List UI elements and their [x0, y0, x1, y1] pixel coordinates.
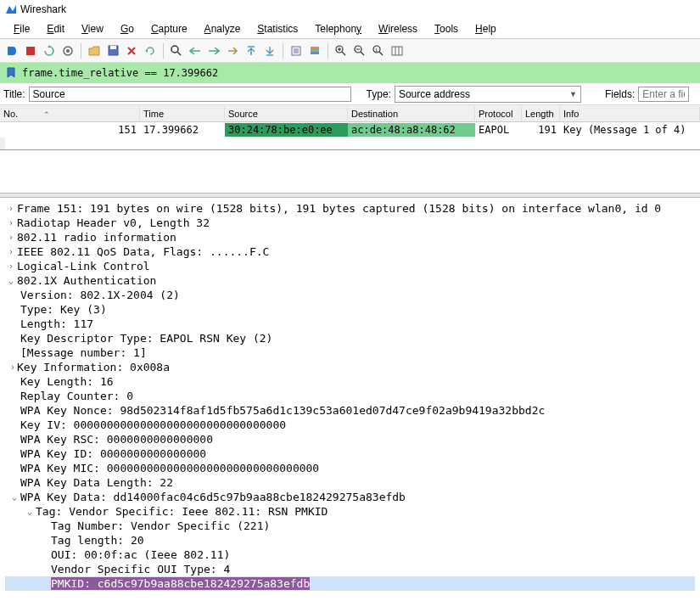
- caret-right-icon[interactable]: ›: [5, 230, 17, 244]
- detail-auth-msgnum[interactable]: [Message number: 1]: [5, 345, 695, 360]
- auto-scroll-button[interactable]: [288, 42, 305, 59]
- detail-auth-iv[interactable]: Key IV: 00000000000000000000000000000000: [5, 418, 695, 432]
- main-toolbar: 1: [0, 39, 700, 63]
- detail-auth-mic[interactable]: WPA Key MIC: 000000000000000000000000000…: [5, 461, 695, 475]
- menubar: File Edit View Go Capture Analyze Statis…: [0, 19, 700, 39]
- menu-wireless[interactable]: Wireless: [370, 21, 426, 36]
- toolbar-separator: [283, 43, 283, 59]
- menu-telephony[interactable]: Telephony: [306, 21, 370, 36]
- packet-row[interactable]: 151 17.399662 30:24:78:be:e0:ee ac:de:48…: [0, 122, 700, 138]
- menu-statistics[interactable]: Statistics: [249, 21, 306, 36]
- caret-down-icon[interactable]: ⌄: [24, 504, 36, 519]
- svg-rect-8: [311, 49, 319, 52]
- menu-help[interactable]: Help: [467, 21, 505, 36]
- detail-frame[interactable]: ›Frame 151: 191 bytes on wire (1528 bits…: [5, 201, 695, 216]
- menu-go[interactable]: Go: [112, 21, 143, 36]
- column-header-length[interactable]: Length: [522, 107, 560, 121]
- detail-auth-id[interactable]: WPA Key ID: 0000000000000000: [5, 446, 695, 461]
- caret-right-icon[interactable]: ›: [5, 259, 17, 273]
- detail-auth-replay[interactable]: Replay Counter: 0: [5, 389, 695, 403]
- column-title-input[interactable]: [29, 87, 351, 102]
- goto-packet-button[interactable]: [224, 42, 241, 59]
- detail-qos[interactable]: ›IEEE 802.11 QoS Data, Flags: ......F.C: [5, 244, 695, 259]
- detail-llc[interactable]: ›Logical-Link Control: [5, 259, 695, 273]
- zoom-reset-button[interactable]: 1: [370, 42, 387, 59]
- detail-auth-version[interactable]: Version: 802.1X-2004 (2): [5, 288, 695, 302]
- column-type-select[interactable]: Source address ▼: [395, 86, 581, 103]
- menu-file[interactable]: File: [5, 21, 38, 36]
- resize-columns-button[interactable]: [389, 42, 406, 59]
- detail-auth-type[interactable]: Type: Key (3): [5, 302, 695, 317]
- packet-time: 17.399662: [140, 123, 225, 137]
- colorize-button[interactable]: [306, 42, 323, 59]
- column-header-source[interactable]: Source: [225, 107, 348, 121]
- detail-radio-info[interactable]: ›802.11 radio information: [5, 230, 695, 244]
- restart-capture-button[interactable]: [41, 42, 58, 59]
- detail-tag-oui[interactable]: OUI: 00:0f:ac (Ieee 802.11): [5, 547, 695, 562]
- type-label: Type:: [367, 88, 391, 100]
- detail-auth-datalen[interactable]: WPA Key Data Length: 22: [5, 475, 695, 490]
- packet-list-header: No.⌃ Time Source Destination Protocol Le…: [0, 105, 700, 122]
- svg-rect-14: [392, 47, 402, 55]
- reload-button[interactable]: [142, 42, 159, 59]
- open-file-button[interactable]: [86, 42, 103, 59]
- menu-analyze[interactable]: Analyze: [196, 21, 249, 36]
- detail-auth-rsc[interactable]: WPA Key RSC: 0000000000000000: [5, 432, 695, 446]
- go-back-button[interactable]: [187, 42, 204, 59]
- detail-tag-vs[interactable]: ⌄Tag: Vendor Specific: Ieee 802.11: RSN …: [5, 504, 695, 519]
- detail-auth-kdt[interactable]: Key Descriptor Type: EAPOL RSN Key (2): [5, 331, 695, 345]
- detail-auth-length[interactable]: Length: 117: [5, 317, 695, 331]
- close-file-button[interactable]: [123, 42, 140, 59]
- packet-list-gutter: [0, 138, 700, 149]
- caret-right-icon[interactable]: ›: [5, 216, 17, 230]
- detail-radiotap[interactable]: ›Radiotap Header v0, Length 32: [5, 216, 695, 230]
- stop-capture-button[interactable]: [22, 42, 39, 59]
- detail-auth-keyinfo[interactable]: ›Key Information: 0x008a: [5, 360, 695, 374]
- caret-right-icon[interactable]: ›: [5, 201, 17, 216]
- menu-edit[interactable]: Edit: [38, 21, 73, 36]
- fields-input[interactable]: [638, 87, 689, 102]
- save-file-button[interactable]: [104, 42, 121, 59]
- detail-auth-keydata[interactable]: ⌄WPA Key Data: dd14000fac04c6d5c97b9aa88…: [5, 490, 695, 504]
- capture-options-button[interactable]: [59, 42, 76, 59]
- find-packet-button[interactable]: [168, 42, 185, 59]
- window-title-bar: Wireshark: [0, 0, 700, 19]
- column-header-no[interactable]: No.⌃: [0, 107, 140, 121]
- menu-view[interactable]: View: [73, 21, 112, 36]
- detail-tag-pmkid[interactable]: PMKID: c6d5c97b9aa88cbe182429275a83efdb: [5, 576, 695, 591]
- column-header-destination[interactable]: Destination: [348, 107, 475, 121]
- caret-right-icon[interactable]: ›: [5, 360, 17, 374]
- detail-tag-ouitype[interactable]: Vendor Specific OUI Type: 4: [5, 562, 695, 576]
- display-filter-bar: [0, 63, 700, 83]
- menu-capture[interactable]: Capture: [143, 21, 196, 36]
- detail-auth-keylen[interactable]: Key Length: 16: [5, 374, 695, 389]
- detail-8021x-auth[interactable]: ⌄802.1X Authentication: [5, 273, 695, 288]
- goto-last-button[interactable]: [261, 42, 278, 59]
- caret-down-icon[interactable]: ⌄: [5, 273, 17, 288]
- svg-rect-7: [311, 47, 319, 49]
- column-header-protocol[interactable]: Protocol: [475, 107, 522, 121]
- packet-info: Key (Message 1 of 4): [560, 123, 700, 137]
- detail-tag-num[interactable]: Tag Number: Vendor Specific (221): [5, 519, 695, 533]
- go-forward-button[interactable]: [205, 42, 222, 59]
- menu-tools[interactable]: Tools: [426, 21, 467, 36]
- zoom-in-button[interactable]: [333, 42, 350, 59]
- detail-tag-len[interactable]: Tag length: 20: [5, 533, 695, 547]
- type-select-value: Source address: [399, 88, 470, 100]
- goto-first-button[interactable]: [243, 42, 260, 59]
- caret-down-icon[interactable]: ⌄: [8, 490, 20, 504]
- detail-auth-nonce[interactable]: WPA Key Nonce: 98d502314f8af1d5fb575a6d1…: [5, 403, 695, 418]
- display-filter-input[interactable]: [19, 65, 697, 81]
- app-title: Wireshark: [20, 3, 66, 15]
- wireshark-icon: [5, 3, 17, 15]
- bookmark-filter-icon[interactable]: [3, 65, 19, 81]
- start-capture-button[interactable]: [3, 42, 20, 59]
- column-header-time[interactable]: Time: [140, 107, 225, 121]
- sort-caret-icon: ⌃: [43, 110, 50, 119]
- packet-length: 191: [522, 123, 560, 137]
- packet-destination: ac:de:48:a8:48:62: [348, 123, 475, 137]
- column-header-info[interactable]: Info: [560, 107, 700, 121]
- zoom-out-button[interactable]: [351, 42, 368, 59]
- column-filter-row: Title: Type: Source address ▼ Fields:: [0, 83, 700, 105]
- caret-right-icon[interactable]: ›: [5, 244, 17, 259]
